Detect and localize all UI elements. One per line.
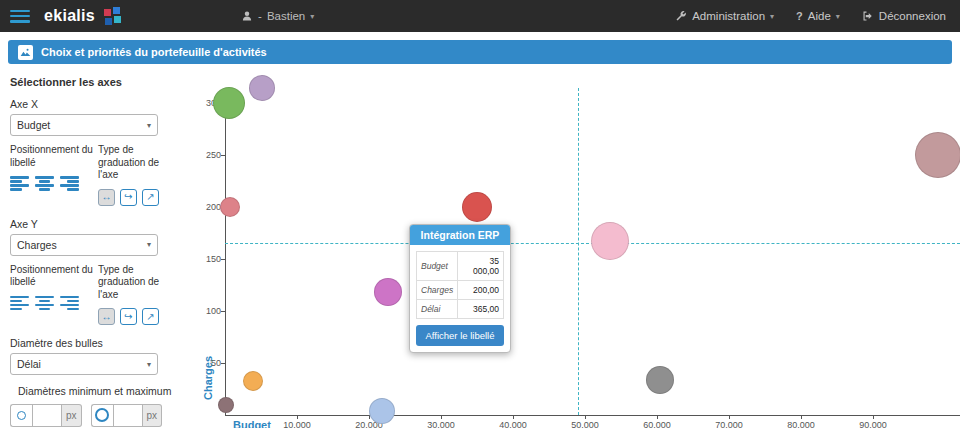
axe-y-label: Axe Y xyxy=(10,218,185,230)
bubble-lightblue[interactable] xyxy=(369,398,395,424)
menu-icon[interactable] xyxy=(10,10,30,23)
tooltip-title: Intégration ERP xyxy=(410,225,510,245)
bubble-gray[interactable] xyxy=(646,366,674,394)
axis-log-icon[interactable]: ↗ xyxy=(142,189,159,206)
top-navbar: ekialis - Bastien ▾ Administration ▾ ? A… xyxy=(0,0,960,32)
axis-linear-icon[interactable]: ↔ xyxy=(98,189,115,206)
axis-graduation-label: Type de graduation de l'axe xyxy=(98,264,178,302)
x-tick-mark xyxy=(297,415,298,419)
chevron-down-icon: ▾ xyxy=(836,12,840,21)
min-diameter-group: px xyxy=(10,404,82,427)
bubble-diameter-select[interactable]: Délai ▾ xyxy=(10,353,158,375)
tooltip-row-label: Délai xyxy=(417,300,458,319)
tooltip-row-label: Charges xyxy=(417,281,458,300)
bubble-diameter-label: Diamètre des bulles xyxy=(10,337,185,349)
max-diameter-input[interactable] xyxy=(113,404,143,427)
bubble-tooltip: Intégration ERP Budget 35 000,00 Charges… xyxy=(409,224,511,353)
help-menu[interactable]: ? Aide ▾ xyxy=(796,10,840,22)
x-tick-label: 30,000 xyxy=(419,420,463,428)
x-axis-line xyxy=(225,415,960,416)
tooltip-row: Budget 35 000,00 xyxy=(417,252,504,281)
x-tick-mark xyxy=(657,415,658,419)
axis-log-icon[interactable]: ↗ xyxy=(142,308,159,325)
x-tick-label: 10,000 xyxy=(275,420,319,428)
min-diameter-input[interactable] xyxy=(32,404,62,427)
user-icon xyxy=(241,10,253,22)
navbar-right: Administration ▾ ? Aide ▾ Déconnexion xyxy=(675,10,946,22)
label-position-label: Positionnement du libellé xyxy=(10,144,98,169)
x-tick-mark xyxy=(585,415,586,419)
brand-name: ekialis xyxy=(44,7,95,25)
axe-x-select[interactable]: Budget ▾ xyxy=(10,114,158,136)
tooltip-row-value: 365,00 xyxy=(458,300,504,319)
x-tick-label: 90,000 xyxy=(851,420,895,428)
axis-curved-icon[interactable]: ↪ xyxy=(120,189,137,206)
user-separator: - xyxy=(258,10,262,22)
axe-y-selected-value: Charges xyxy=(17,239,57,251)
bubble-green[interactable] xyxy=(213,87,245,119)
y-tick-label: 200 xyxy=(195,202,221,212)
y-tick-label: 100 xyxy=(195,306,221,316)
align-right-icon[interactable] xyxy=(60,176,79,191)
sidebar-section-title: Sélectionner les axes xyxy=(10,76,185,88)
wrench-icon xyxy=(675,10,687,22)
px-unit-label: px xyxy=(62,404,82,427)
y-tick-label: 50 xyxy=(195,358,221,368)
bubble-small-red[interactable] xyxy=(220,197,240,217)
y-tick-mark xyxy=(221,363,225,364)
chart-icon xyxy=(18,45,33,60)
align-center-icon[interactable] xyxy=(35,296,54,311)
tooltip-row-value: 200,00 xyxy=(458,281,504,300)
diameter-minmax-label: Diamètres minimum et maximum xyxy=(10,385,185,399)
bubble-chart: Charges Budget 10,00020,00030,00040,0005… xyxy=(195,64,960,428)
bubble-mauve[interactable] xyxy=(915,132,960,178)
logout-icon xyxy=(862,10,874,22)
logout-label: Déconnexion xyxy=(879,10,946,22)
logout-button[interactable]: Déconnexion xyxy=(862,10,946,22)
bubble-darkmauve[interactable] xyxy=(218,397,234,413)
chevron-down-icon: ▾ xyxy=(147,360,151,369)
max-diameter-group: px xyxy=(91,404,163,427)
y-tick-mark xyxy=(221,259,225,260)
user-name: Bastien xyxy=(267,10,305,22)
large-circle-icon xyxy=(91,404,113,427)
axe-y-select[interactable]: Charges ▾ xyxy=(10,234,158,256)
tooltip-row-value: 35 000,00 xyxy=(458,252,504,281)
brand-logo[interactable]: ekialis xyxy=(44,7,121,25)
align-left-icon[interactable] xyxy=(10,176,29,191)
tooltip-row-label: Budget xyxy=(417,252,458,281)
brand-mark-icon xyxy=(103,7,121,25)
align-center-icon[interactable] xyxy=(35,176,54,191)
x-tick-mark xyxy=(873,415,874,419)
page-titlebar: Choix et priorités du portefeuille d'act… xyxy=(8,40,952,64)
sidebar: Sélectionner les axes Axe X Budget ▾ Pos… xyxy=(0,64,195,428)
align-left-icon[interactable] xyxy=(10,296,29,311)
admin-menu[interactable]: Administration ▾ xyxy=(675,10,774,22)
user-menu[interactable]: - Bastien ▾ xyxy=(241,10,314,22)
bubble-diameter-selected-value: Délai xyxy=(17,358,41,370)
px-unit-label: px xyxy=(143,404,163,427)
bubble-orange[interactable] xyxy=(243,371,263,391)
y-tick-label: 150 xyxy=(195,254,221,264)
x-axis-title: Budget xyxy=(233,419,271,428)
x-tick-label: 60,000 xyxy=(635,420,679,428)
x-tick-label: 40,000 xyxy=(491,420,535,428)
bubble-purple[interactable] xyxy=(249,75,275,101)
axis-graduation-label: Type de graduation de l'axe xyxy=(98,144,178,182)
x-tick-mark xyxy=(513,415,514,419)
bubble-erp[interactable] xyxy=(462,192,492,222)
y-axis-line xyxy=(225,88,226,415)
axis-curved-icon[interactable]: ↪ xyxy=(120,308,137,325)
x-tick-mark xyxy=(441,415,442,419)
x-tick-label: 70,000 xyxy=(707,420,751,428)
chevron-down-icon: ▾ xyxy=(147,240,151,249)
chevron-down-icon: ▾ xyxy=(770,12,774,21)
axe-x-selected-value: Budget xyxy=(17,119,50,131)
bubble-pink[interactable] xyxy=(591,222,629,260)
x-tick-mark xyxy=(801,415,802,419)
axis-linear-icon[interactable]: ↔ xyxy=(98,308,115,325)
help-label: Aide xyxy=(808,10,831,22)
show-label-button[interactable]: Afficher le libellé xyxy=(416,325,504,346)
align-right-icon[interactable] xyxy=(60,296,79,311)
bubble-orchid[interactable] xyxy=(374,278,402,306)
